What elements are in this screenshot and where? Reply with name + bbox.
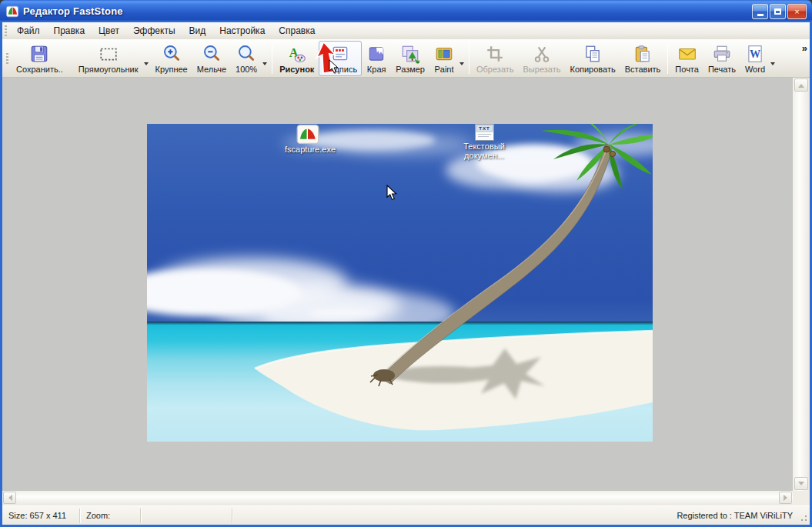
minimize-button[interactable] — [752, 4, 768, 19]
mail-icon — [677, 44, 697, 64]
print-button[interactable]: Печать — [703, 41, 740, 76]
menu-bar: Файл Правка Цвет Эффекты Вид Настройка С… — [2, 22, 810, 39]
menu-view[interactable]: Вид — [182, 23, 213, 38]
maximize-button[interactable] — [770, 4, 786, 19]
menu-file[interactable]: Файл — [10, 23, 47, 38]
edges-button[interactable]: Края — [362, 41, 391, 76]
rect-select-icon — [99, 44, 119, 64]
menu-effects[interactable]: Эффекты — [126, 23, 182, 38]
cut-button[interactable]: Вырезать — [519, 41, 566, 76]
scroll-up-button[interactable] — [794, 78, 808, 92]
minimize-icon — [757, 14, 764, 16]
close-button[interactable]: × — [787, 4, 807, 19]
paint-icon — [434, 44, 454, 64]
desktop-icon-label: fscapture.exe — [260, 145, 360, 154]
paint-button[interactable]: Paint — [429, 41, 459, 76]
mail-button[interactable]: Почта — [670, 41, 703, 76]
scroll-right-button[interactable] — [779, 492, 792, 504]
vertical-scrollbar[interactable] — [793, 78, 810, 491]
menu-color[interactable]: Цвет — [92, 23, 126, 38]
scroll-down-button[interactable] — [794, 477, 808, 490]
save-icon — [29, 44, 49, 64]
paint-dropdown-arrow-icon[interactable] — [459, 62, 464, 65]
copy-icon — [583, 44, 603, 64]
status-bar: Size: 657 x 411 Zoom: 100% Registered to… — [2, 505, 810, 525]
window-title: Редактор FastStone — [23, 5, 123, 17]
paste-button[interactable]: Вставить — [620, 41, 666, 76]
resize-button[interactable]: Размер — [391, 41, 429, 76]
crop-icon — [485, 44, 505, 64]
text-tool-icon — [330, 44, 350, 64]
draw-button[interactable]: A Рисунок — [275, 41, 319, 76]
menu-settings[interactable]: Настройка — [212, 23, 272, 38]
toolbar-overflow-chevron[interactable]: » — [802, 42, 807, 54]
select-rectangle-button[interactable]: Прямоугольник — [74, 41, 143, 76]
scroll-left-button[interactable] — [3, 492, 16, 504]
edges-icon — [366, 44, 386, 64]
captured-mouse-cursor-icon — [386, 185, 398, 202]
zoom-out-icon — [202, 44, 222, 64]
draw-icon: A — [287, 44, 307, 64]
arrow-right-icon — [784, 495, 790, 501]
text-caption-button[interactable]: Надпись — [319, 41, 362, 76]
crop-button[interactable]: Обрезать — [472, 41, 519, 76]
zoom-out-button[interactable]: Мельче — [192, 41, 231, 76]
zoom-in-icon — [162, 44, 182, 64]
edited-image[interactable]: fscapture.exe TXT Текстовый докумен... — [147, 124, 653, 442]
arrow-down-icon — [798, 482, 804, 489]
svg-text:TXT: TXT — [479, 125, 490, 131]
editor-canvas[interactable]: fscapture.exe TXT Текстовый докумен... — [2, 78, 793, 491]
app-logo-icon — [5, 5, 19, 18]
title-bar: Редактор FastStone × — [0, 0, 812, 22]
scrollbar-corner — [793, 491, 810, 505]
copy-button[interactable]: Копировать — [565, 41, 620, 76]
save-button[interactable]: Сохранить.. — [12, 41, 68, 76]
arrow-left-icon — [5, 495, 12, 501]
cut-icon — [532, 44, 552, 64]
toolbar-separator — [469, 43, 469, 74]
zoom-actual-icon — [236, 44, 256, 64]
text-document-desktop-icon: TXT — [475, 124, 494, 141]
svg-text:W: W — [750, 48, 760, 60]
app-window: Редактор FastStone × Файл Правка Цвет Эф… — [0, 0, 812, 527]
menu-edit[interactable]: Правка — [47, 23, 92, 38]
zoom-in-button[interactable]: Крупнее — [151, 41, 192, 76]
status-size: Size: 657 x 411 — [2, 509, 80, 523]
zoom-actual-button[interactable]: 100% — [231, 41, 262, 76]
zoom-dropdown-arrow-icon[interactable] — [262, 62, 267, 65]
word-dropdown-arrow-icon[interactable] — [770, 62, 775, 65]
toolbar-grip[interactable] — [5, 25, 7, 36]
toolbar-separator — [667, 43, 668, 74]
status-empty-panel — [141, 509, 232, 523]
toolbar-grip[interactable] — [6, 53, 8, 64]
resize-icon — [400, 44, 420, 64]
main-toolbar: Сохранить.. Прямоугольник Крупнее — [2, 39, 810, 78]
desktop-icon-label: Текстовый докумен... — [434, 142, 534, 160]
status-registered: Registered to : TEAM ViRiLiTY — [677, 511, 810, 520]
print-icon — [712, 44, 732, 64]
word-icon: W — [745, 44, 765, 64]
island-and-palm — [147, 124, 653, 442]
arrow-up-icon — [798, 81, 804, 88]
maximize-icon — [774, 8, 781, 15]
close-icon: × — [794, 8, 799, 16]
paste-icon — [633, 44, 653, 64]
resize-grip[interactable] — [798, 512, 807, 522]
menu-help[interactable]: Справка — [272, 23, 322, 38]
word-button[interactable]: W Word — [740, 41, 770, 76]
fscapture-desktop-icon — [296, 125, 319, 144]
select-dropdown-arrow-icon[interactable] — [144, 62, 149, 65]
toolbar-separator — [272, 43, 272, 74]
horizontal-scrollbar[interactable] — [2, 491, 793, 505]
status-zoom: Zoom: 100% — [80, 509, 141, 523]
